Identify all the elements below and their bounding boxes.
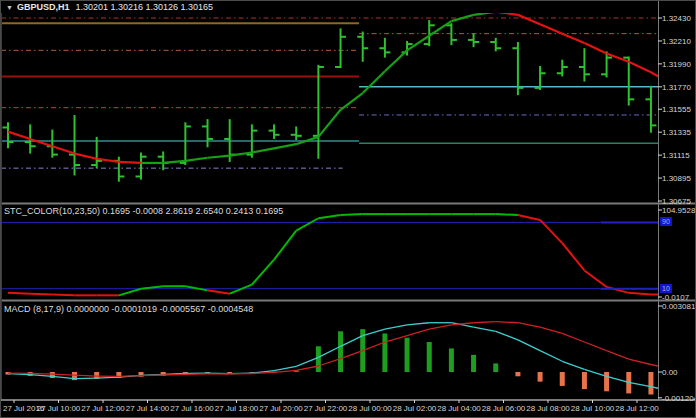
indicator-line-segment: [141, 375, 163, 376]
indicator-line-segment: [407, 329, 429, 335]
indicator-line-segment: [518, 340, 540, 351]
symbol-period-label: GBPUSD,H1: [17, 2, 70, 12]
price-axis-label: 1.30895: [662, 174, 691, 183]
indicator-line-segment: [518, 215, 540, 220]
indicator-line-segment: [607, 351, 629, 360]
macd-axis-mid-label: 0.00: [662, 368, 678, 377]
indicator-line-segment: [562, 361, 584, 369]
time-axis-label[interactable]: 27 Jul 10:00: [37, 404, 81, 413]
indicator-line-segment: [363, 342, 385, 351]
indicator-line-segment: [185, 158, 207, 161]
indicator-line-segment: [208, 156, 230, 158]
indicator-line-segment: [30, 375, 52, 377]
indicator-line-segment: [584, 369, 606, 376]
macd-histogram-bar: [227, 372, 232, 373]
macd-histogram-bar: [538, 372, 543, 382]
price-axis-label: 1.31990: [662, 60, 691, 69]
indicator-line-segment: [252, 260, 274, 285]
indicator-line-segment: [496, 214, 518, 215]
price-axis-label: 1.31115: [662, 151, 690, 160]
stc-level-badge: 90: [660, 217, 672, 226]
indicator-line-segment: [318, 346, 340, 357]
time-axis-label[interactable]: 27 Jul 18:00: [215, 404, 259, 413]
time-axis-label[interactable]: 27 Jul 14:00: [126, 404, 170, 413]
macd-histogram-bar: [427, 342, 432, 372]
indicator-line-segment: [540, 220, 562, 243]
indicator-line-segment: [252, 148, 274, 152]
time-axis-label[interactable]: 28 Jul 12:00: [615, 404, 659, 413]
indicator-line-segment: [341, 214, 363, 215]
indicator-line-segment: [52, 295, 74, 296]
macd-panel[interactable]: [6, 322, 659, 395]
indicator-line-segment: [8, 132, 30, 139]
macd-axis-max-label: 0.003081: [662, 302, 695, 311]
indicator-line-segment: [318, 110, 340, 137]
time-axis-label[interactable]: 28 Jul 08:00: [526, 404, 570, 413]
price-axis-label: 1.32430: [662, 14, 691, 23]
indicator-line-segment: [97, 377, 119, 378]
indicator-line-segment: [52, 374, 74, 375]
indicator-line-segment: [119, 162, 141, 163]
indicator-line-segment: [274, 231, 296, 260]
stc-axis-min-label: -0.0107: [662, 293, 689, 302]
stc-level-badge: 10: [660, 284, 672, 293]
price-axis-label: 1.30675: [662, 197, 691, 206]
price-axis-label: 1.31770: [662, 83, 691, 92]
macd-histogram-bar: [515, 372, 520, 376]
stc-indicator-label: STC_COLOR(10,23,50) 0.1695 -0.0008 2.861…: [4, 206, 283, 216]
indicator-line-segment: [385, 50, 407, 71]
indicator-line-segment: [30, 373, 52, 374]
indicator-line-segment: [584, 270, 606, 287]
macd-histogram-bar: [471, 355, 476, 372]
chevron-down-icon[interactable]: ▼: [6, 1, 13, 14]
indicator-line-segment: [75, 375, 97, 376]
indicator-line-segment: [562, 333, 584, 342]
indicator-line-segment: [540, 351, 562, 362]
indicator-line-segment: [407, 323, 429, 325]
time-axis-label[interactable]: 27 Jul 22:00: [304, 404, 348, 413]
indicator-line-segment: [562, 243, 584, 270]
macd-histogram-bar: [338, 331, 343, 372]
time-axis-label[interactable]: 28 Jul 06:00: [482, 404, 526, 413]
time-axis-label[interactable]: 28 Jul 00:00: [348, 404, 392, 413]
macd-histogram-bar: [316, 346, 321, 372]
time-axis-label[interactable]: 27 Jul 16:00: [170, 404, 214, 413]
indicator-line-segment: [363, 71, 385, 93]
macd-histogram-bar: [604, 372, 609, 391]
indicator-line-segment: [363, 329, 385, 335]
indicator-line-segment: [629, 293, 651, 295]
indicator-line-segment: [341, 336, 363, 347]
time-axis-label[interactable]: 27 Jul 20:00: [259, 404, 303, 413]
macd-histogram-bar: [560, 372, 565, 386]
macd-indicator-label: MACD (8,17,9) 0.0000000 -0.0001019 -0.00…: [4, 304, 253, 314]
time-axis-label[interactable]: 28 Jul 10:00: [571, 404, 615, 413]
indicator-line-segment: [52, 146, 74, 153]
macd-axis-min-label: -0.001204: [662, 394, 696, 403]
indicator-line-segment: [385, 336, 407, 342]
main-price-panel[interactable]: [1, 12, 658, 182]
indicator-line-segment: [584, 342, 606, 351]
indicator-line-segment: [119, 289, 141, 296]
indicator-line-segment: [629, 62, 651, 72]
indicator-line-segment: [296, 357, 318, 366]
price-axis-label: 1.31555: [662, 105, 691, 114]
macd-histogram-bar: [582, 372, 587, 389]
macd-histogram-bar: [449, 348, 454, 372]
indicator-line-segment: [540, 24, 562, 33]
indicator-line-segment: [318, 215, 340, 218]
indicator-line-segment: [52, 376, 74, 378]
stc-panel[interactable]: [1, 214, 658, 295]
macd-histogram-bar: [405, 338, 410, 372]
indicator-line-segment: [385, 325, 407, 329]
indicator-line-segment: [629, 382, 651, 386]
chart-header: ▼GBPUSD,H11.30201 1.30216 1.30126 1.3016…: [1, 1, 695, 14]
price-axis-label: 1.31335: [662, 128, 691, 137]
chart-window: ▼GBPUSD,H11.30201 1.30216 1.30126 1.3016…: [0, 0, 696, 418]
indicator-line-segment: [296, 218, 318, 230]
time-axis-label[interactable]: 28 Jul 02:00: [393, 404, 437, 413]
time-axis-label[interactable]: 28 Jul 04:00: [437, 404, 481, 413]
indicator-line-segment: [562, 34, 584, 43]
indicator-line-segment: [540, 327, 562, 333]
time-axis-label[interactable]: 27 Jul 12:00: [81, 404, 125, 413]
macd-histogram-bar: [493, 363, 498, 372]
